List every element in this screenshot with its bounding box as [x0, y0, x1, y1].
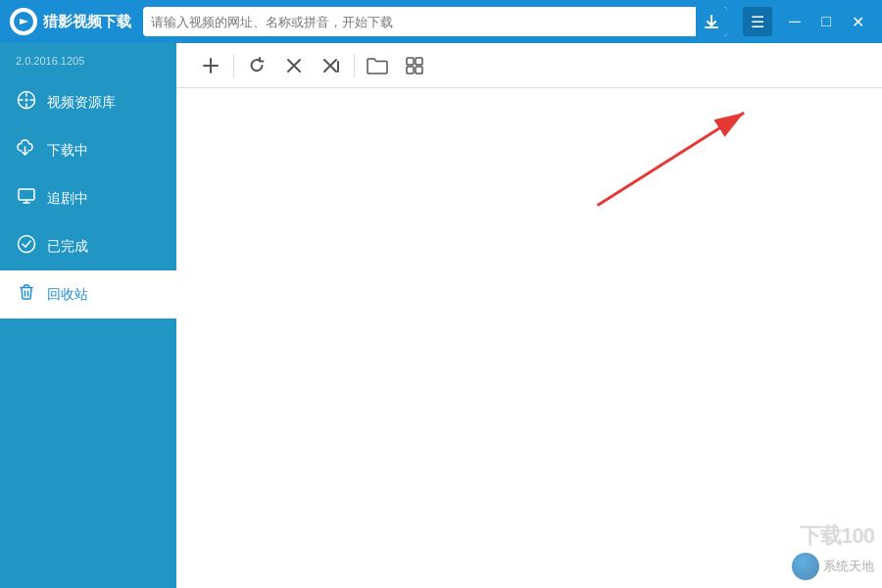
- content-area: 下载100 系统天地: [176, 43, 882, 588]
- svg-rect-6: [416, 58, 422, 65]
- main-area: 2.0.2016.1205 视频资源库 下载中: [0, 43, 882, 588]
- app-title: 猎影视频下载: [43, 13, 131, 31]
- maximize-button[interactable]: □: [811, 7, 841, 36]
- sidebar-label-completed: 已完成: [47, 238, 88, 256]
- svg-rect-5: [407, 58, 414, 65]
- sidebar-label-downloading: 下载中: [47, 142, 88, 160]
- title-bar: 猎影视频下载 ☰ ─ □ ✕: [0, 0, 882, 43]
- app-version: 2.0.2016.1205: [0, 51, 176, 78]
- watermark-text: 下载100: [800, 521, 874, 551]
- search-bar[interactable]: [143, 7, 727, 36]
- sidebar-item-downloading[interactable]: 下载中: [0, 126, 176, 174]
- watermark-badge: 系统天地: [792, 553, 874, 580]
- tv-icon: [16, 186, 37, 211]
- sidebar-label-library: 视频资源库: [47, 94, 116, 112]
- svg-point-2: [25, 99, 28, 102]
- content-body: 下载100 系统天地: [176, 88, 882, 588]
- sidebar: 2.0.2016.1205 视频资源库 下载中: [0, 43, 176, 588]
- watermark-label: 系统天地: [823, 558, 874, 575]
- toolbar: [176, 43, 882, 88]
- svg-rect-3: [19, 189, 34, 200]
- minimize-button[interactable]: ─: [780, 7, 809, 36]
- sidebar-item-watching[interactable]: 追剧中: [0, 174, 176, 222]
- watermark: 下载100 系统天地: [792, 521, 874, 580]
- watermark-globe-icon: [792, 553, 819, 580]
- sidebar-label-recycle: 回收站: [47, 286, 88, 304]
- trash-icon: [16, 282, 37, 307]
- svg-line-10: [598, 113, 744, 206]
- sidebar-item-library[interactable]: 视频资源库: [0, 78, 176, 126]
- menu-button[interactable]: ☰: [743, 7, 772, 36]
- close-button[interactable]: ✕: [843, 7, 872, 36]
- search-input[interactable]: [151, 15, 696, 29]
- folder-button[interactable]: [359, 47, 396, 84]
- app-logo: 猎影视频下载: [10, 8, 131, 35]
- sidebar-item-completed[interactable]: 已完成: [0, 222, 176, 270]
- grid-view-button[interactable]: [396, 47, 433, 84]
- toolbar-divider-2: [354, 54, 355, 77]
- refresh-button[interactable]: [238, 47, 275, 84]
- add-button[interactable]: [192, 47, 229, 84]
- delete-button[interactable]: [275, 47, 313, 84]
- cloud-download-icon: [16, 138, 37, 163]
- toolbar-divider-1: [233, 54, 234, 77]
- arrow-annotation: [176, 88, 882, 588]
- svg-point-4: [19, 236, 35, 253]
- search-download-button[interactable]: [696, 7, 727, 36]
- svg-rect-7: [407, 67, 414, 74]
- sidebar-label-watching: 追剧中: [47, 190, 88, 208]
- window-controls: ☰ ─ □ ✕: [743, 7, 872, 36]
- check-circle-icon: [16, 234, 37, 259]
- svg-rect-8: [416, 67, 422, 74]
- logo-icon: [10, 8, 37, 35]
- compass-icon: [16, 90, 37, 115]
- sidebar-item-recycle[interactable]: 回收站: [0, 270, 176, 318]
- delete-all-button[interactable]: [313, 47, 350, 84]
